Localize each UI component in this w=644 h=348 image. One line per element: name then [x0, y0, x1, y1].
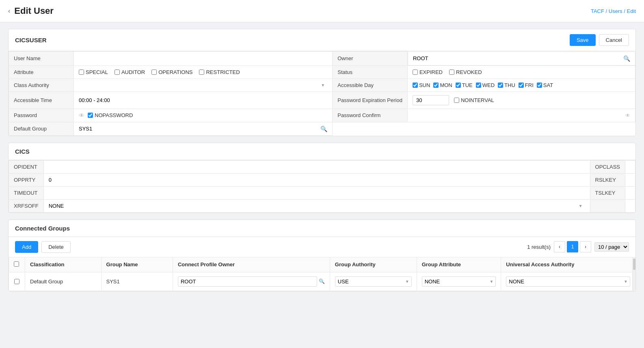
delete-button[interactable]: Delete: [41, 241, 71, 253]
value-owner[interactable]: 🔍: [408, 52, 635, 65]
cics-row-timeout: TIMEOUT TSLKEY: [9, 186, 635, 199]
attr-operations[interactable]: OPERATIONS: [151, 69, 192, 75]
pw-expiration-input[interactable]: [413, 95, 449, 105]
value-tslkey[interactable]: [625, 186, 635, 199]
cicsuser-section: CICSUSER Save Cancel User Name Owner 🔍: [8, 29, 636, 136]
value-username[interactable]: [74, 52, 333, 66]
xrfsoff-select[interactable]: NONE FORCE: [49, 203, 585, 209]
value-pw-expiration: NOINTERVAL: [407, 91, 635, 109]
save-button[interactable]: Save: [570, 34, 596, 46]
label-opprty: OPPRTY: [9, 173, 44, 186]
value-default-group[interactable]: 🔍: [74, 122, 333, 135]
status-expired[interactable]: EXPIRED: [413, 69, 443, 75]
status-expired-check[interactable]: [413, 70, 418, 75]
value-timeout[interactable]: [43, 186, 590, 199]
attr-special-check[interactable]: [79, 70, 84, 75]
attr-restricted[interactable]: RESTRICTED: [199, 69, 240, 75]
status-revoked[interactable]: REVOKED: [449, 69, 482, 75]
nopassword-check[interactable]: NOPASSWORD: [88, 112, 133, 118]
label-xrfsoff: XRFSOFF: [9, 199, 44, 212]
status-revoked-check[interactable]: [449, 70, 454, 75]
day-fri-check[interactable]: [519, 83, 524, 88]
value-opclass[interactable]: [625, 160, 635, 173]
cpo-search-icon[interactable]: 🔍: [319, 278, 325, 284]
page-1-button[interactable]: 1: [567, 241, 578, 252]
day-mon-check[interactable]: [433, 83, 439, 88]
cell-group-attribute[interactable]: NONE ▼: [417, 272, 501, 291]
select-all-checkbox[interactable]: [14, 261, 19, 267]
row-checkbox-cell[interactable]: [9, 272, 25, 291]
pw-confirm-input[interactable]: [413, 112, 624, 118]
value-rslkey[interactable]: [625, 173, 635, 186]
day-sat-check[interactable]: [537, 83, 542, 88]
empty-label-1: [333, 122, 408, 135]
scrollbar[interactable]: [632, 257, 635, 291]
cicsuser-actions: Save Cancel: [570, 34, 629, 46]
opprty-input[interactable]: [49, 177, 585, 183]
next-page-button[interactable]: ›: [580, 241, 591, 252]
value-accessible-time[interactable]: [74, 91, 333, 109]
attr-special[interactable]: SPECIAL: [79, 69, 108, 75]
attr-restricted-check[interactable]: [199, 70, 204, 75]
day-thu-check[interactable]: [498, 83, 503, 88]
default-group-search-icon[interactable]: 🔍: [320, 126, 327, 132]
nointerval-checkbox[interactable]: [454, 98, 459, 103]
uaa-select[interactable]: NONE READ UPDATE CONTROL ALTER: [506, 276, 630, 287]
cics-empty-label: [590, 199, 625, 212]
attr-auditor-check[interactable]: [115, 70, 120, 75]
day-tue[interactable]: TUE: [456, 82, 473, 88]
day-wed[interactable]: WED: [476, 82, 495, 88]
classauth-select[interactable]: [79, 82, 327, 88]
attr-operations-check[interactable]: [151, 70, 157, 75]
owner-input[interactable]: [413, 55, 621, 61]
owner-search-icon[interactable]: 🔍: [623, 55, 630, 62]
day-sun[interactable]: SUN: [413, 82, 430, 88]
col-uaa: Universal Access Authority: [501, 257, 635, 272]
cg-toolbar: Add Delete 1 result(s) ‹ 1 › 10 / page 2…: [9, 237, 635, 257]
form-row-accesstime: Accessible Time Password Expiration Peri…: [9, 91, 635, 109]
nopassword-checkbox[interactable]: [88, 113, 93, 118]
value-password: 👁 NOPASSWORD: [74, 109, 333, 122]
cell-uaa[interactable]: NONE READ UPDATE CONTROL ALTER ▼: [501, 272, 635, 291]
cell-group-authority[interactable]: USE CREATE CONNECT JOIN ▼: [330, 272, 417, 291]
cell-connect-profile-owner[interactable]: 🔍: [173, 272, 330, 291]
connect-profile-owner-input[interactable]: [178, 276, 317, 287]
username-input[interactable]: [79, 55, 327, 61]
label-opident: OPIDENT: [9, 160, 44, 173]
value-opident[interactable]: [43, 160, 590, 173]
add-button[interactable]: Add: [15, 241, 38, 253]
password-eye-icon[interactable]: 👁: [79, 112, 84, 119]
day-sun-check[interactable]: [413, 83, 418, 88]
prev-page-button[interactable]: ‹: [554, 241, 565, 252]
day-sat[interactable]: SAT: [537, 82, 553, 88]
pw-confirm-eye-icon[interactable]: 👁: [625, 113, 630, 118]
day-mon[interactable]: MON: [433, 82, 452, 88]
back-button[interactable]: ‹: [8, 7, 10, 15]
row-select-checkbox[interactable]: [14, 279, 19, 284]
per-page-select[interactable]: 10 / page 20 / page: [594, 242, 629, 252]
value-attribute: SPECIAL AUDITOR OPERATIONS RESTRICTED: [74, 65, 333, 78]
day-tue-check[interactable]: [456, 83, 461, 88]
value-opprty[interactable]: [43, 173, 590, 186]
timeout-input[interactable]: [49, 190, 585, 196]
opident-input[interactable]: [49, 164, 585, 170]
cg-header-row: Classification Group Name Connect Profil…: [9, 257, 635, 272]
day-thu[interactable]: THU: [498, 82, 515, 88]
day-fri[interactable]: FRI: [519, 82, 534, 88]
nointerval-check[interactable]: NOINTERVAL: [454, 97, 494, 103]
col-connect-profile-owner: Connect Profile Owner: [173, 257, 330, 272]
cics-title: CICS: [15, 148, 30, 155]
value-pw-confirm[interactable]: 👁: [407, 109, 635, 122]
cancel-button[interactable]: Cancel: [599, 34, 629, 46]
col-checkbox: [9, 257, 25, 272]
day-wed-check[interactable]: [476, 83, 481, 88]
group-authority-select[interactable]: USE CREATE CONNECT JOIN: [335, 276, 412, 287]
attr-auditor[interactable]: AUDITOR: [115, 69, 145, 75]
value-xrfsoff[interactable]: NONE FORCE ▼: [43, 199, 590, 212]
accessible-time-input[interactable]: [79, 97, 327, 103]
scrollbar-thumb[interactable]: [633, 259, 635, 270]
value-classauth[interactable]: ▼: [74, 78, 333, 91]
cics-row-xrfsoff: XRFSOFF NONE FORCE ▼: [9, 199, 635, 212]
default-group-input[interactable]: [79, 126, 318, 132]
group-attribute-select[interactable]: NONE: [422, 276, 496, 287]
